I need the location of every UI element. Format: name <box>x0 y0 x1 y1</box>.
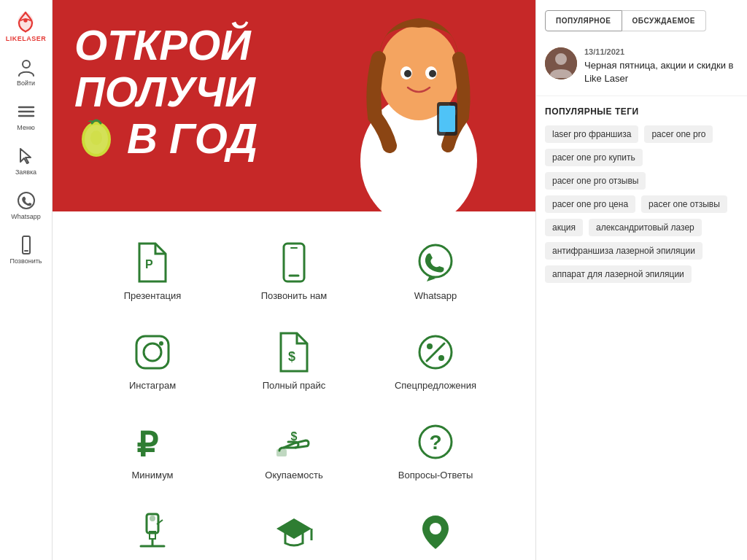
banner-person <box>302 0 535 211</box>
svg-point-18 <box>429 70 436 77</box>
news-date-0: 13/11/2021 <box>584 47 738 56</box>
icon-item-specials[interactable]: Спецпредложения <box>365 316 506 405</box>
tag-item-3[interactable]: pacer one pro отзывы <box>545 172 646 190</box>
user-icon <box>16 57 36 77</box>
tab-popular[interactable]: ПОПУЛЯРНОЕ <box>545 10 622 31</box>
phone-icon <box>16 235 36 255</box>
icon-item-call-label: Позвонить нам <box>261 290 328 301</box>
tags-section: ПОПУЛЯРНЫЕ ТЕГИ laser pro франшизаpacer … <box>536 96 747 293</box>
sidebar-item-request-label: Заявка <box>15 168 36 176</box>
tag-item-9[interactable]: аппарат для лазерной эпиляции <box>545 265 692 283</box>
icon-item-payback[interactable]: $ Окупаемость <box>223 405 365 495</box>
icon-item-call[interactable]: Позвонить нам <box>223 226 365 316</box>
sidebar-item-call[interactable]: Позвонить <box>0 229 52 271</box>
logo[interactable]: LIKELASER <box>6 7 47 42</box>
svg-marker-45 <box>276 518 311 539</box>
logo-text: LIKELASER <box>6 35 47 42</box>
right-sidebar: ПОПУЛЯРНОЕ ОБСУЖДАЕМОЕ 13/11/2021 Черная… <box>535 0 747 560</box>
icon-item-pricelist-label: Полный прайс <box>263 380 326 391</box>
tabs-row: ПОПУЛЯРНОЕ ОБСУЖДАЕМОЕ <box>545 10 738 31</box>
left-sidebar: LIKELASER Войти Меню Заявка Whatsapp <box>0 0 53 560</box>
hand-dollar-icon: $ <box>272 420 316 464</box>
banner-line3-text: В ГОД <box>127 115 258 162</box>
news-item-0[interactable]: 13/11/2021 Черная пятница, акции и скидк… <box>536 37 747 96</box>
tag-item-4[interactable]: pacer one pro цена <box>545 195 635 213</box>
main-content: ОТКРОЙ ПОЛУЧИ В ГОД <box>53 0 535 560</box>
svg-point-5 <box>18 192 34 209</box>
icon-item-whatsapp[interactable]: Whatsapp <box>365 226 506 316</box>
svg-rect-26 <box>136 336 169 368</box>
icon-item-faq[interactable]: ? Вопросы-Ответы <box>365 405 506 495</box>
svg-point-47 <box>430 523 441 534</box>
svg-point-32 <box>438 355 444 361</box>
svg-text:₽: ₽ <box>136 426 158 464</box>
icon-item-presentation[interactable]: P Презентация <box>82 226 223 316</box>
hero-banner: ОТКРОЙ ПОЛУЧИ В ГОД <box>53 0 535 211</box>
file-presentation-icon: P <box>131 241 174 284</box>
svg-point-1 <box>23 61 30 68</box>
svg-point-49 <box>555 53 567 65</box>
sidebar-item-whatsapp[interactable]: Whatsapp <box>0 184 52 226</box>
tag-item-5[interactable]: pacer one отзывы <box>641 195 727 213</box>
svg-text:P: P <box>145 258 153 271</box>
icon-item-minimum[interactable]: ₽ Минимум <box>82 405 223 495</box>
banner-text: ОТКРОЙ ПОЛУЧИ В ГОД <box>74 22 258 161</box>
tags-section-title: ПОПУЛЯРНЫЕ ТЕГИ <box>545 106 738 117</box>
svg-point-25 <box>419 245 452 277</box>
svg-point-27 <box>144 343 161 361</box>
whatsapp-grid-icon <box>414 241 457 284</box>
instagram-icon <box>131 330 174 374</box>
banner-line2: ПОЛУЧИ <box>74 69 258 115</box>
sidebar-item-whatsapp-label: Whatsapp <box>11 213 41 220</box>
banner-line1: ОТКРОЙ <box>74 22 258 69</box>
sidebar-item-login-label: Войти <box>17 79 35 87</box>
tab-discussed[interactable]: ОБСУЖДАЕМОЕ <box>622 10 706 31</box>
sidebar-item-login[interactable]: Войти <box>0 51 52 93</box>
icon-item-location[interactable]: Расположение <box>365 495 506 560</box>
location-pin-icon <box>414 510 457 553</box>
banner-line3: В ГОД <box>74 115 258 162</box>
sidebar-item-menu-label: Меню <box>17 124 34 131</box>
svg-text:?: ? <box>429 431 441 454</box>
logo-icon <box>12 7 39 34</box>
microscope-icon <box>131 510 174 553</box>
icon-item-presentation-label: Презентация <box>124 290 182 301</box>
tabs-container: ПОПУЛЯРНОЕ ОБСУЖДАЕМОЕ <box>536 0 747 37</box>
icon-item-pricelist[interactable]: $ Полный прайс <box>223 316 365 405</box>
ruble-icon: ₽ <box>131 420 174 464</box>
icon-item-faq-label: Вопросы-Ответы <box>398 470 473 481</box>
percent-icon <box>414 330 457 374</box>
svg-rect-20 <box>439 106 455 132</box>
icon-item-specials-label: Спецпредложения <box>395 380 476 391</box>
whatsapp-icon <box>16 190 36 211</box>
tag-item-1[interactable]: pacer one pro <box>644 125 713 143</box>
sidebar-item-request[interactable]: Заявка <box>0 140 52 182</box>
question-circle-icon: ? <box>414 420 457 464</box>
graduation-cap-icon <box>272 510 316 553</box>
person-illustration <box>302 0 535 211</box>
sidebar-item-menu[interactable]: Меню <box>0 96 52 137</box>
svg-text:$: $ <box>291 430 298 443</box>
sidebar-item-call-label: Позвонить <box>10 257 42 265</box>
tag-item-0[interactable]: laser pro франшиза <box>545 125 638 143</box>
icon-item-payback-label: Окупаемость <box>265 470 322 481</box>
menu-icon <box>16 101 36 122</box>
svg-point-43 <box>150 516 155 521</box>
svg-text:$: $ <box>288 349 295 364</box>
avatar-icon <box>545 47 577 79</box>
news-title-0: Черная пятница, акции и скидки в Like La… <box>584 59 738 85</box>
svg-point-28 <box>159 341 163 346</box>
dollar-doc-icon: $ <box>272 330 316 374</box>
icon-item-microscope[interactable]: Микроскоп <box>82 495 223 560</box>
news-avatar-0 <box>545 47 577 79</box>
tag-item-8[interactable]: антифраншиза лазерной эпиляции <box>545 242 703 260</box>
tag-item-7[interactable]: александритовый лазер <box>589 219 702 236</box>
icon-item-graduation[interactable]: Обучение <box>223 495 365 560</box>
icon-item-instagram[interactable]: Инстаграм <box>82 316 223 405</box>
svg-point-31 <box>427 343 433 349</box>
tag-item-6[interactable]: акция <box>545 219 583 236</box>
tags-list: laser pro франшизаpacer one propacer one… <box>545 125 738 283</box>
icon-item-instagram-label: Инстаграм <box>129 380 176 391</box>
tag-item-2[interactable]: pacer one pro купить <box>545 149 643 166</box>
icon-grid: P Презентация Позвонить нам Whatsapp <box>53 211 535 560</box>
